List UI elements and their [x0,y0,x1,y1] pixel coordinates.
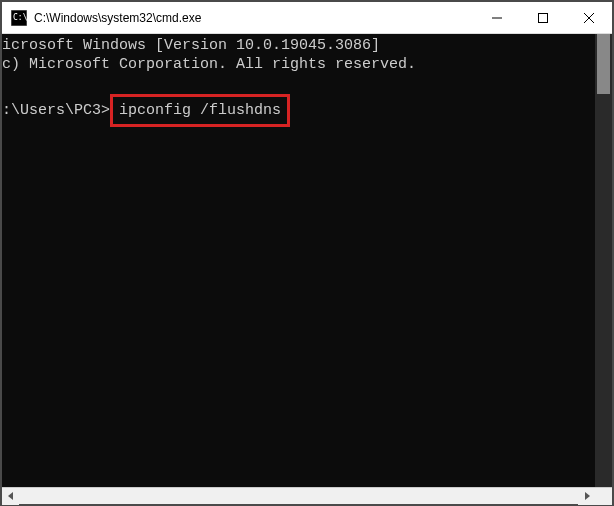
window-controls [474,2,612,33]
vertical-scrollbar[interactable] [595,34,612,487]
maximize-button[interactable] [520,2,566,33]
cmd-window: C:\ C:\Windows\system32\cmd.exe icrosoft… [0,0,614,506]
svg-marker-7 [585,492,590,500]
terminal-output[interactable]: icrosoft Windows [Version 10.0.19045.308… [2,34,595,487]
scroll-right-arrow-icon[interactable] [578,488,595,505]
svg-rect-3 [539,13,548,22]
window-title: C:\Windows\system32\cmd.exe [34,11,474,25]
content-area: icrosoft Windows [Version 10.0.19045.308… [2,34,612,487]
scrollbar-corner [595,488,612,505]
version-line: icrosoft Windows [Version 10.0.19045.308… [2,37,380,54]
horizontal-scrollbar[interactable] [2,487,612,504]
copyright-line: c) Microsoft Corporation. All rights res… [2,56,416,73]
close-button[interactable] [566,2,612,33]
command-text: ipconfig /flushdns [119,102,281,119]
svg-marker-6 [8,492,13,500]
titlebar[interactable]: C:\ C:\Windows\system32\cmd.exe [2,2,612,34]
cmd-icon: C:\ [10,9,28,27]
vertical-scrollbar-thumb[interactable] [597,34,610,94]
command-highlight: ipconfig /flushdns [110,94,290,127]
svg-text:C:\: C:\ [13,13,27,22]
horizontal-scrollbar-track[interactable] [19,488,578,504]
prompt-prefix: :\Users\PC3> [2,101,110,120]
scroll-left-arrow-icon[interactable] [2,488,19,505]
minimize-button[interactable] [474,2,520,33]
